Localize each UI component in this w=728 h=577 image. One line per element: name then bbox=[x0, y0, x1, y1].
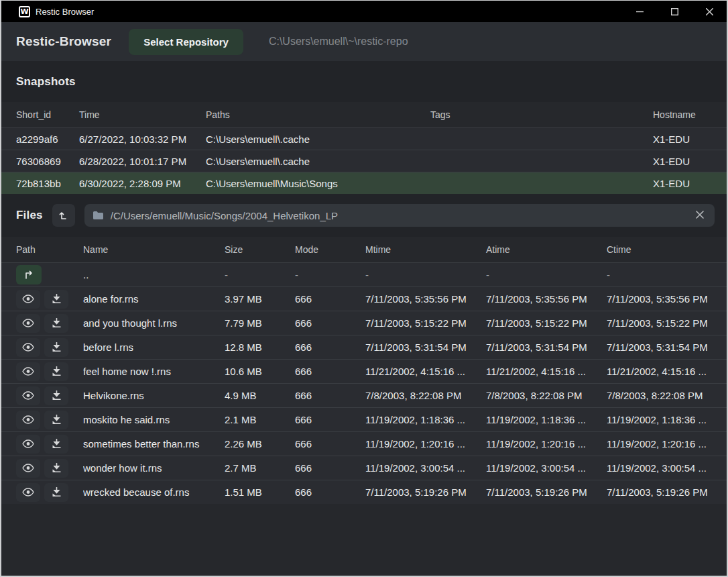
close-button[interactable] bbox=[692, 1, 727, 22]
view-file-button[interactable] bbox=[16, 386, 40, 405]
go-up-button[interactable] bbox=[52, 204, 75, 227]
snapshot-row[interactable]: a2299af6 6/27/2022, 10:03:32 PM C:\Users… bbox=[1, 127, 727, 150]
select-repository-button[interactable]: Select Repository bbox=[129, 29, 243, 55]
snapshot-short-id: 76306869 bbox=[16, 156, 79, 167]
column-short-id[interactable]: Short_id bbox=[16, 109, 79, 120]
snapshots-title: Snapshots bbox=[16, 75, 76, 89]
column-hostname[interactable]: Hostname bbox=[653, 109, 712, 120]
file-atime: 11/19/2002, 1:18:36 ... bbox=[486, 414, 607, 425]
snapshot-time: 6/30/2022, 2:28:09 PM bbox=[79, 178, 206, 189]
column-ctime[interactable]: Ctime bbox=[607, 244, 712, 255]
column-mode[interactable]: Mode bbox=[295, 244, 365, 255]
file-mtime: 7/11/2003, 5:19:26 PM bbox=[365, 486, 486, 498]
eye-icon bbox=[22, 488, 34, 496]
file-size: 4.9 MB bbox=[225, 390, 295, 401]
file-row[interactable]: wonder how it.rns2.7 MB66611/19/2002, 3:… bbox=[1, 456, 727, 480]
snapshot-time: 6/28/2022, 10:01:17 PM bbox=[79, 156, 206, 167]
download-file-button[interactable] bbox=[44, 362, 68, 381]
file-row[interactable]: Helvikone.rns4.9 MB6667/8/2003, 8:22:08 … bbox=[1, 383, 727, 407]
view-file-button[interactable] bbox=[16, 290, 40, 309]
open-parent-button[interactable] bbox=[16, 265, 42, 284]
file-atime: 7/11/2003, 5:35:56 PM bbox=[486, 293, 607, 305]
snapshot-hostname: X1-EDU bbox=[653, 156, 712, 167]
file-mode: 666 bbox=[295, 366, 365, 377]
file-row[interactable]: alone for.rns3.97 MB6667/11/2003, 5:35:5… bbox=[1, 286, 727, 311]
file-size: 2.1 MB bbox=[225, 414, 295, 425]
minimize-button[interactable] bbox=[622, 1, 657, 22]
file-mode: 666 bbox=[295, 462, 365, 474]
close-icon bbox=[706, 8, 713, 15]
download-icon bbox=[52, 415, 62, 425]
column-size[interactable]: Size bbox=[225, 244, 295, 255]
snapshots-section-header: Snapshots bbox=[1, 61, 727, 102]
clear-path-button[interactable] bbox=[693, 209, 707, 222]
download-file-button[interactable] bbox=[44, 386, 68, 405]
snapshot-time: 6/27/2022, 10:03:32 PM bbox=[79, 134, 206, 145]
file-name: before l.rns bbox=[83, 342, 225, 353]
download-file-button[interactable] bbox=[44, 338, 68, 357]
file-row[interactable]: feel home now !.rns10.6 MB66611/21/2002,… bbox=[1, 359, 727, 383]
download-file-button[interactable] bbox=[44, 411, 68, 429]
files-section-header: Files /C/Users/emuell/Music/Songs/2004_H… bbox=[1, 194, 727, 237]
empty-area bbox=[1, 504, 727, 576]
file-name: moskito he said.rns bbox=[83, 414, 225, 425]
column-path[interactable]: Path bbox=[16, 244, 83, 255]
view-file-button[interactable] bbox=[16, 483, 40, 502]
column-mtime[interactable]: Mtime bbox=[365, 244, 486, 255]
snapshot-row[interactable]: 76306869 6/28/2022, 10:01:17 PM C:\Users… bbox=[1, 150, 727, 172]
view-file-button[interactable] bbox=[16, 314, 40, 333]
snapshot-short-id: a2299af6 bbox=[16, 134, 79, 145]
file-mode: 666 bbox=[295, 414, 365, 425]
file-ctime: 11/21/2002, 4:15:16 ... bbox=[607, 366, 712, 377]
view-file-button[interactable] bbox=[16, 362, 40, 381]
parent-directory-row[interactable]: .. - - - - - bbox=[1, 262, 727, 286]
column-paths[interactable]: Paths bbox=[206, 109, 430, 120]
file-row[interactable]: before l.rns12.8 MB6667/11/2003, 5:31:54… bbox=[1, 335, 727, 359]
file-row[interactable]: moskito he said.rns2.1 MB66611/19/2002, … bbox=[1, 407, 727, 431]
column-name[interactable]: Name bbox=[83, 244, 225, 255]
column-atime[interactable]: Atime bbox=[486, 244, 607, 255]
file-ctime: 7/11/2003, 5:31:54 PM bbox=[607, 342, 712, 353]
file-ctime: 7/8/2003, 8:22:08 PM bbox=[607, 390, 712, 401]
view-file-button[interactable] bbox=[16, 411, 40, 429]
download-file-button[interactable] bbox=[44, 435, 68, 454]
view-file-button[interactable] bbox=[16, 435, 40, 454]
file-size: 2.7 MB bbox=[225, 462, 295, 474]
snapshot-row-selected[interactable]: 72b813bb 6/30/2022, 2:28:09 PM C:\Users\… bbox=[1, 172, 727, 194]
file-ctime: 11/19/2002, 1:20:16 ... bbox=[607, 438, 712, 450]
file-mode: 666 bbox=[295, 438, 365, 450]
file-row[interactable]: sometimes better than.rns2.26 MB66611/19… bbox=[1, 431, 727, 456]
column-tags[interactable]: Tags bbox=[430, 109, 653, 120]
file-ctime: 7/11/2003, 5:15:22 PM bbox=[607, 317, 712, 329]
file-atime: 11/19/2002, 3:00:54 ... bbox=[486, 462, 607, 474]
maximize-button[interactable] bbox=[657, 1, 692, 22]
view-file-button[interactable] bbox=[16, 459, 40, 478]
file-ctime: 11/19/2002, 3:00:54 ... bbox=[607, 462, 712, 474]
download-icon bbox=[52, 342, 62, 352]
file-mode: 666 bbox=[295, 317, 365, 329]
file-mode: 666 bbox=[295, 486, 365, 498]
eye-icon bbox=[22, 295, 34, 303]
eye-icon bbox=[22, 367, 34, 376]
snapshot-short-id: 72b813bb bbox=[16, 178, 79, 189]
file-row[interactable]: and you thought l.rns7.79 MB6667/11/2003… bbox=[1, 311, 727, 335]
maximize-icon bbox=[671, 8, 678, 15]
window-title: Restic Browser bbox=[36, 7, 94, 17]
file-size: - bbox=[225, 269, 295, 280]
file-name: alone for.rns bbox=[83, 293, 225, 305]
file-mtime: 7/11/2003, 5:15:22 PM bbox=[365, 317, 486, 329]
download-file-button[interactable] bbox=[44, 483, 68, 502]
file-name: .. bbox=[83, 269, 225, 280]
file-ctime: 7/11/2003, 5:19:26 PM bbox=[607, 486, 712, 498]
view-file-button[interactable] bbox=[16, 338, 40, 357]
file-mtime: 11/21/2002, 4:15:16 ... bbox=[365, 366, 486, 377]
eye-icon bbox=[22, 319, 34, 327]
column-time[interactable]: Time bbox=[79, 109, 206, 120]
file-row[interactable]: wrecked because of.rns1.51 MB6667/11/200… bbox=[1, 480, 727, 504]
current-path-bar[interactable]: /C/Users/emuell/Music/Songs/2004_Helveti… bbox=[84, 204, 715, 227]
download-file-button[interactable] bbox=[44, 314, 68, 333]
download-icon bbox=[52, 463, 62, 473]
download-file-button[interactable] bbox=[44, 459, 68, 478]
download-file-button[interactable] bbox=[44, 290, 68, 309]
file-mtime: 11/19/2002, 1:18:36 ... bbox=[365, 414, 486, 425]
